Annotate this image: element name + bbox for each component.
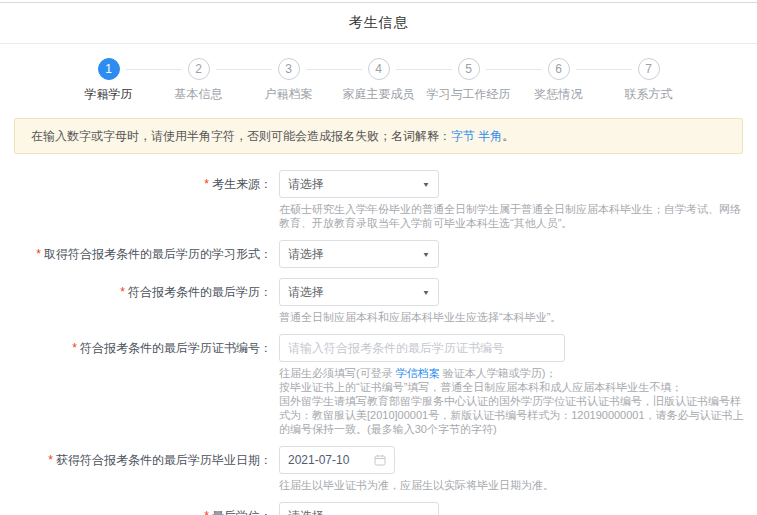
field-label: *获得符合报考条件的最后学历毕业日期： [0, 446, 272, 492]
banner-period: 。 [502, 129, 514, 143]
select-value: 请选择 [288, 284, 324, 301]
candidate-source-select[interactable]: 请选择 ▼ [279, 170, 439, 198]
banner-text: 在输入数字或字母时，请使用半角字符，否则可能会造成报名失败；名词解释： [31, 129, 451, 143]
final-degree-select[interactable]: 请选择 ▼ [279, 502, 439, 515]
step-number-badge: 7 [638, 58, 660, 80]
step-2-basic-info[interactable]: 2 基本信息 [154, 58, 244, 103]
date-value: 2021-07-10 [288, 453, 349, 467]
select-value: 请选择 [288, 246, 324, 263]
halfwidth-term-link[interactable]: 半角 [478, 129, 502, 143]
form-row-graduation-date: *获得符合报考条件的最后学历毕业日期： 2021-07-10 往届生以毕业证书为… [0, 446, 757, 492]
study-form-select[interactable]: 请选择 ▼ [279, 240, 439, 268]
select-value: 请选择 [288, 508, 324, 515]
step-label: 联系方式 [604, 86, 694, 103]
step-7-contact[interactable]: 7 联系方式 [604, 58, 694, 103]
final-education-select[interactable]: 请选择 ▼ [279, 278, 439, 306]
required-asterisk: * [36, 247, 41, 261]
step-number-badge: 3 [278, 58, 300, 80]
step-label: 家庭主要成员 [334, 86, 424, 103]
required-asterisk: * [48, 453, 53, 467]
field-label: *符合报考条件的最后学历证书编号： [0, 334, 272, 436]
step-6-rewards[interactable]: 6 奖惩情况 [514, 58, 604, 103]
step-label: 学习与工作经历 [424, 86, 514, 103]
step-1-education[interactable]: 1 学籍学历 [64, 58, 154, 103]
field-label: *最后学位： [0, 502, 272, 515]
step-5-experience[interactable]: 5 学习与工作经历 [424, 58, 514, 103]
field-label: *取得符合报考条件的最后学历的学习形式： [0, 240, 272, 268]
required-asterisk: * [72, 341, 77, 355]
step-label: 户籍档案 [244, 86, 334, 103]
form-row-final-education: *符合报考条件的最后学历： 请选择 ▼ 普通全日制应届本科和应届本科毕业生应选择… [0, 278, 757, 324]
step-indicator: 1 学籍学历 2 基本信息 3 户籍档案 4 家庭主要成员 5 学习与工作经历 … [0, 44, 757, 103]
step-number-badge: 1 [98, 58, 120, 80]
select-value: 请选择 [288, 176, 324, 193]
field-help-text: 往届生必须填写(可登录 学信档案 验证本人学籍或学历)； 按毕业证书上的“证书编… [279, 366, 749, 436]
page-title: 考生信息 [349, 14, 409, 32]
field-help-text: 往届生以毕业证书为准，应届生以实际将毕业日期为准。 [279, 478, 749, 492]
form-row-study-form: *取得符合报考条件的最后学历的学习形式： 请选择 ▼ [0, 240, 757, 268]
form-row-final-degree: *最后学位： 请选择 ▼ [0, 502, 757, 515]
step-number-badge: 6 [548, 58, 570, 80]
chevron-down-icon: ▼ [422, 288, 430, 296]
byte-term-link[interactable]: 字节 [451, 129, 475, 143]
step-number-badge: 4 [368, 58, 390, 80]
step-3-household[interactable]: 3 户籍档案 [244, 58, 334, 103]
halfwidth-warning-banner: 在输入数字或字母时，请使用半角字符，否则可能会造成报名失败；名词解释：字节 半角… [14, 118, 743, 154]
graduation-date-picker[interactable]: 2021-07-10 [279, 446, 395, 474]
form-row-certificate-number: *符合报考条件的最后学历证书编号： 往届生必须填写(可登录 学信档案 验证本人学… [0, 334, 757, 436]
candidate-info-form: *考生来源： 请选择 ▼ 在硕士研究生入学年份毕业的普通全日制学生属于普通全日制… [0, 154, 757, 515]
required-asterisk: * [204, 509, 209, 515]
chevron-down-icon: ▼ [422, 250, 430, 258]
field-label: *符合报考条件的最后学历： [0, 278, 272, 324]
certificate-number-input[interactable] [279, 334, 565, 362]
step-label: 基本信息 [154, 86, 244, 103]
step-label: 学籍学历 [64, 86, 154, 103]
form-row-candidate-source: *考生来源： 请选择 ▼ 在硕士研究生入学年份毕业的普通全日制学生属于普通全日制… [0, 170, 757, 230]
field-help-text: 普通全日制应届本科和应届本科毕业生应选择“本科毕业”。 [279, 310, 749, 324]
required-asterisk: * [120, 285, 125, 299]
field-label: *考生来源： [0, 170, 272, 230]
field-help-text: 在硕士研究生入学年份毕业的普通全日制学生属于普通全日制应届本科毕业生；自学考试、… [279, 202, 749, 230]
calendar-icon [374, 454, 386, 466]
step-label: 奖惩情况 [514, 86, 604, 103]
required-asterisk: * [204, 177, 209, 191]
page-header: 考生信息 [0, 2, 757, 44]
step-number-badge: 2 [188, 58, 210, 80]
chevron-down-icon: ▼ [422, 180, 430, 188]
step-number-badge: 5 [458, 58, 480, 80]
xuexin-archive-link[interactable]: 学信档案 [396, 367, 440, 379]
step-4-family[interactable]: 4 家庭主要成员 [334, 58, 424, 103]
